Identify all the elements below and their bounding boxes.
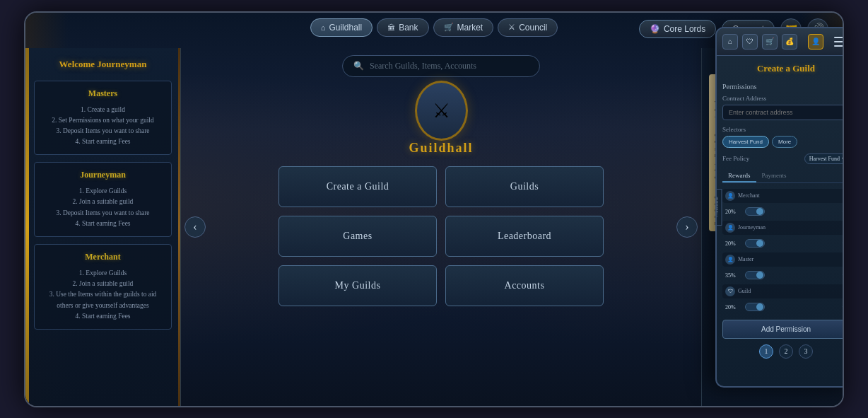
selector2-label: More (778, 139, 791, 145)
left-arrow-area: ‹ (184, 216, 206, 238)
contract-address-label: Contract Address (722, 95, 844, 102)
merchant-perm-percent: 20% (725, 209, 743, 215)
mobile-market-icon[interactable]: 🛒 (762, 34, 778, 50)
journeyman-perm-icon: 👤 (725, 223, 735, 233)
mobile-guild-icon[interactable]: 🛡 (742, 34, 758, 50)
add-permission-btn[interactable]: Add Permission (722, 320, 844, 339)
mobile-panel: Welcome Notices ⌂ 🛡 🛒 💰 👤 Create a Guild (715, 27, 844, 388)
merchant-perm-icon: 👤 (725, 191, 735, 201)
masters-steps: 1. Create a guild 2. Set Permissions on … (42, 105, 164, 148)
games-btn[interactable]: Games (278, 216, 437, 257)
payments-tab[interactable]: Payments (756, 170, 792, 182)
payments-tab-label: Payments (762, 172, 787, 179)
emblem-icon: ⚔ (433, 99, 450, 122)
market-icon: 🛒 (444, 23, 454, 32)
council-nav-btn[interactable]: ⚔ Council (498, 18, 558, 37)
masters-section: Masters 1. Create a guild 2. Set Permiss… (34, 81, 172, 156)
masters-title: Masters (42, 88, 164, 99)
merchant-permission-row: 👤 Merchant ℹ (722, 189, 844, 203)
merchant-perm-value-row: 20% + (722, 207, 844, 217)
guild-emblem: ⚔ (413, 81, 469, 137)
rewards-tab[interactable]: Rewards (722, 170, 756, 182)
accounts-btn[interactable]: Accounts (445, 265, 604, 306)
my-guilds-label: My Guilds (335, 280, 381, 291)
journeyman-perm-toggle[interactable] (745, 239, 840, 248)
permissions-label: Permissions (722, 83, 844, 91)
add-permission-label: Add Permission (761, 325, 811, 333)
master-perm-icon: 👤 (725, 255, 735, 265)
guild-perm-icon: 🛡 (725, 286, 735, 296)
search-icon: 🔍 (353, 61, 364, 71)
leaderboard-label: Leaderboard (498, 231, 551, 241)
merchant-perm-name: Merchant (738, 192, 842, 199)
create-guild-btn[interactable]: Create a Guild (278, 166, 437, 207)
welcome-title: Welcome Journeyman (34, 59, 172, 70)
bank-nav-btn[interactable]: 🏛 Bank (377, 18, 428, 37)
left-arrow-btn[interactable]: ‹ (184, 216, 206, 238)
mobile-body: Create a Guild Permissions Contract Addr… (717, 56, 844, 366)
journeyman-section: Journeyman 1. Explore Guilds 2. Join a s… (34, 162, 172, 237)
leaderboard-btn[interactable]: Leaderboard (445, 216, 604, 257)
selectors-row: Harvest Fund More (722, 136, 844, 148)
journeyman-perm-plus[interactable]: + (842, 238, 844, 249)
fee-policy-label: Fee Policy (722, 155, 749, 162)
selector1-label: Harvest Fund (729, 139, 763, 145)
bank-icon: 🏛 (387, 23, 395, 32)
market-nav-btn[interactable]: 🛒 Market (433, 18, 494, 37)
merchant-section: Merchant 1. Explore Guilds 2. Join a sui… (34, 244, 172, 330)
guilds-btn[interactable]: Guilds (445, 166, 604, 207)
search-bar[interactable]: 🔍 Search Guilds, Items, Accounts (342, 55, 540, 77)
more-selector[interactable]: More (772, 136, 797, 148)
center-panel: 🔍 Search Guilds, Items, Accounts ⚔ Guild… (181, 48, 701, 406)
mobile-bank-icon[interactable]: 💰 (782, 34, 797, 50)
page-2-btn[interactable]: 2 (779, 344, 793, 359)
market-nav-label: Market (457, 23, 483, 33)
mobile-top-bar: ⌂ 🛡 🛒 💰 👤 (717, 28, 844, 56)
merchant-perm-toggle[interactable] (745, 207, 840, 216)
guild-perm-name: Guild (738, 288, 842, 294)
mobile-home-icon[interactable]: ⌂ (722, 34, 738, 50)
merchant-title: Merchant (42, 252, 164, 262)
master-perm-value-row: 35% + (722, 270, 844, 281)
rewards-payments-tabs: Rewards Payments (722, 170, 844, 183)
mobile-hamburger-icon[interactable] (834, 34, 844, 50)
core-lords-btn[interactable]: 🔮 Core Lords (639, 20, 716, 38)
core-lords-icon: 🔮 (650, 24, 660, 34)
search-placeholder: Search Guilds, Items, Accounts (370, 61, 476, 71)
my-guilds-btn[interactable]: My Guilds (278, 265, 437, 306)
journeyman-perm-percent: 20% (725, 240, 743, 247)
guild-perm-plus[interactable]: + (842, 302, 844, 313)
master-perm-toggle[interactable] (745, 271, 840, 279)
chevron-down-icon: ▾ (842, 156, 844, 162)
page-1-btn[interactable]: 1 (759, 344, 773, 359)
selectors-label: Selectors (722, 126, 844, 133)
guild-perm-toggle[interactable] (745, 303, 840, 311)
mobile-nav-icons: ⌂ 🛡 🛒 💰 (722, 34, 797, 50)
accounts-label: Accounts (505, 280, 545, 291)
fee-policy-row: Fee Policy Harvest Fund ▾ (722, 153, 844, 164)
create-guild-mobile-title: Create a Guild (722, 63, 844, 74)
master-perm-name: Master (738, 256, 842, 262)
nav-bar: ⌂ Guildhall 🏛 Bank 🛒 Market ⚔ Council (158, 18, 710, 37)
journeyman-perm-value-row: 20% + (722, 238, 844, 249)
page-2-label: 2 (785, 347, 788, 355)
mobile-avatar[interactable]: 👤 (808, 34, 823, 50)
guild-perm-percent: 20% (725, 304, 743, 310)
page-3-label: 3 (804, 347, 808, 355)
rewards-tab-label: Rewards (728, 172, 751, 179)
guilds-label: Guilds (510, 181, 539, 192)
right-arrow-btn[interactable]: › (676, 216, 698, 238)
master-perm-plus[interactable]: + (842, 270, 844, 281)
pagination: 1 2 3 (722, 344, 844, 359)
merchant-perm-plus[interactable]: + (842, 207, 844, 217)
bank-nav-label: Bank (399, 23, 418, 33)
main-grid: Create a Guild Guilds Games Leaderboard … (278, 166, 604, 306)
contract-address-input[interactable] (722, 105, 844, 120)
fee-policy-select[interactable]: Harvest Fund ▾ (804, 153, 844, 164)
page-3-btn[interactable]: 3 (799, 344, 813, 359)
guildhall-nav-btn[interactable]: ⌂ Guildhall (310, 18, 373, 37)
create-guild-label: Create a Guild (327, 181, 389, 192)
welcome-side-tab[interactable]: Welcome (715, 188, 722, 225)
guildhall-title: Guildhall (409, 141, 473, 156)
harvest-fund-selector[interactable]: Harvest Fund (722, 136, 769, 148)
